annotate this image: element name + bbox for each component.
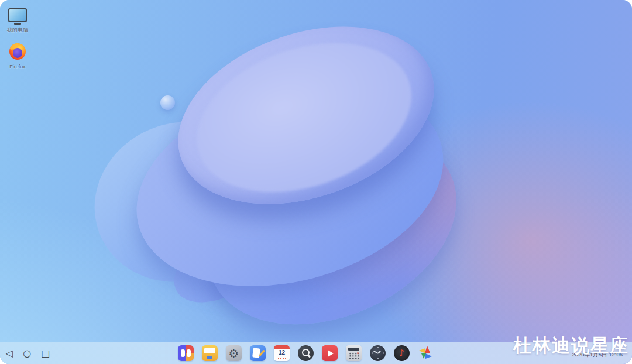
desktop-icon-my-computer[interactable]: 我的电脑: [0, 7, 35, 34]
calculator-display: [348, 348, 359, 351]
dock: ⚙ 12: [178, 345, 434, 361]
text-editor-icon[interactable]: [250, 345, 266, 361]
search-icon[interactable]: [298, 345, 314, 361]
music-icon[interactable]: ♪: [394, 345, 410, 361]
device-screen: 我的电脑 Firefox ◁ ○ □ ⚙: [0, 0, 632, 364]
calendar-header-band: [274, 345, 290, 349]
video-player-icon[interactable]: [322, 345, 338, 361]
magnifier-handle-icon: [307, 354, 311, 358]
pinwheel-blade-red: [425, 346, 430, 353]
music-note-icon: ♪: [399, 349, 405, 358]
pinwheel-blade-blue: [425, 353, 432, 359]
watermark-text: 杜林迪说星座: [513, 334, 629, 358]
clock-minute-hand: [373, 351, 378, 354]
pinwheel-app-icon[interactable]: [418, 345, 434, 361]
launcher-pill-right: [187, 349, 191, 357]
editor-page-icon: [252, 348, 260, 358]
file-page-icon: [204, 348, 215, 353]
clock-ticks: [377, 347, 379, 348]
desktop-icon-label: Firefox: [0, 64, 35, 70]
desktop-icon-firefox[interactable]: Firefox: [0, 43, 35, 70]
calculator-icon[interactable]: [346, 345, 362, 361]
file-manager-icon[interactable]: [202, 345, 218, 361]
firefox-globe-icon: [13, 48, 22, 58]
settings-icon[interactable]: ⚙: [226, 345, 242, 361]
nav-button-zone: ◁ ○ □: [6, 342, 50, 364]
back-button[interactable]: ◁: [6, 349, 13, 358]
pinwheel-blade-green: [421, 353, 426, 359]
wallpaper-sculpture: [0, 0, 632, 364]
launcher-pill-left: [181, 349, 185, 357]
calendar-day-number: 12: [274, 350, 290, 356]
calendar-marks: [278, 358, 286, 359]
calculator-red-key: [357, 352, 359, 354]
wallpaper-sphere: [160, 95, 175, 110]
calendar-icon[interactable]: 12: [274, 345, 290, 361]
computer-monitor-icon: [8, 8, 27, 22]
desktop-wallpaper: [0, 0, 632, 364]
firefox-icon: [9, 43, 26, 60]
clock-icon[interactable]: [370, 345, 386, 361]
home-button[interactable]: ○: [23, 349, 31, 358]
play-triangle-icon: [328, 350, 334, 357]
file-tab-icon: [207, 356, 212, 359]
gear-icon: ⚙: [229, 348, 239, 359]
desktop-icon-label: 我的电脑: [0, 26, 35, 34]
app-launcher-icon[interactable]: [178, 345, 194, 361]
recents-button[interactable]: □: [41, 349, 50, 358]
